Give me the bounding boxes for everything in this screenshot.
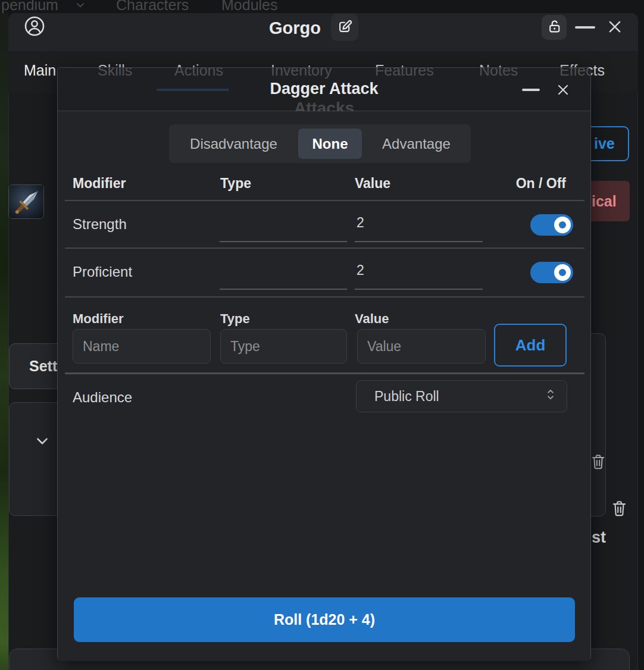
edit-pencil-icon bbox=[337, 19, 352, 36]
add-modifier-button[interactable]: Add bbox=[494, 324, 567, 367]
menu-item-compendium[interactable]: pendium bbox=[1, 0, 58, 14]
unlock-button[interactable] bbox=[542, 15, 567, 40]
modifier-row-value: 2 bbox=[357, 262, 364, 278]
add-button-label: Add bbox=[515, 336, 546, 355]
chevron-down-icon bbox=[74, 0, 87, 13]
audience-select[interactable]: Public Roll bbox=[356, 380, 567, 412]
modifier-type-field[interactable] bbox=[220, 241, 347, 242]
toggle-knob bbox=[554, 217, 571, 233]
attack-list-label: st bbox=[592, 528, 606, 547]
window-minimize-button[interactable] bbox=[575, 26, 595, 29]
row-divider bbox=[65, 200, 584, 201]
character-art-strip bbox=[0, 13, 8, 670]
new-modifier-name-input[interactable] bbox=[73, 329, 211, 364]
modal-title: Dagger Attack bbox=[58, 80, 590, 98]
window-title: Gorgo bbox=[269, 18, 321, 38]
app-root: pendium Characters Modules Gorgo bbox=[0, 0, 644, 670]
add-type-label: Type bbox=[220, 311, 250, 327]
roll-mode-segmented-control: Disadvantage None Advantage bbox=[169, 124, 471, 163]
menu-item-modules[interactable]: Modules bbox=[221, 0, 278, 14]
magical-tag-label: ical bbox=[592, 193, 617, 210]
add-value-label: Value bbox=[355, 311, 389, 327]
settings-button[interactable]: Sett bbox=[9, 343, 62, 389]
dagger-item-image[interactable] bbox=[8, 184, 44, 219]
modifier-value-field[interactable] bbox=[355, 289, 483, 290]
modifier-toggle-on[interactable] bbox=[530, 214, 573, 236]
add-modifier-label: Modifier bbox=[73, 311, 124, 327]
modifier-value-field[interactable] bbox=[355, 241, 483, 242]
roll-button[interactable]: Roll (1d20 + 4) bbox=[74, 597, 575, 642]
roll-mode-advantage[interactable]: Advantage bbox=[362, 129, 471, 159]
column-header-modifier: Modifier bbox=[73, 176, 126, 192]
modal-close-button[interactable] bbox=[555, 82, 571, 100]
modal-minimize-button[interactable] bbox=[522, 89, 540, 91]
new-modifier-type-input[interactable] bbox=[220, 329, 347, 364]
column-header-value: Value bbox=[355, 176, 390, 192]
unlock-icon bbox=[547, 19, 562, 36]
edit-title-button[interactable] bbox=[331, 14, 358, 41]
modifier-row-name: Strength bbox=[73, 216, 127, 233]
row-divider bbox=[65, 248, 584, 249]
section-divider bbox=[65, 372, 584, 374]
modifier-row-value: 2 bbox=[357, 215, 364, 231]
roll-mode-disadvantage[interactable]: Disadvantage bbox=[169, 129, 298, 159]
expand-chevron-down-icon[interactable] bbox=[33, 434, 51, 452]
tab-main[interactable]: Main bbox=[24, 62, 56, 79]
select-updown-icon bbox=[545, 387, 556, 405]
modifier-type-field[interactable] bbox=[220, 289, 347, 290]
collapsible-section-panel bbox=[9, 402, 62, 516]
modifier-toggle-on[interactable] bbox=[530, 262, 573, 283]
modal-header: Dagger Attack bbox=[58, 68, 590, 111]
new-modifier-value-input[interactable] bbox=[357, 329, 486, 364]
column-header-type: Type bbox=[220, 176, 251, 192]
window-close-button[interactable] bbox=[606, 18, 624, 38]
roll-button-label: Roll (1d20 + 4) bbox=[274, 611, 375, 628]
dagger-attack-modal: Dagger Attack Disadvantage None Advantag… bbox=[57, 67, 591, 660]
settings-button-label: Sett bbox=[29, 358, 57, 375]
modifier-row-name: Proficient bbox=[73, 264, 132, 280]
column-header-on-off: On / Off bbox=[516, 176, 566, 192]
active-toggle-label: ive bbox=[594, 135, 615, 152]
toggle-knob bbox=[554, 264, 571, 281]
audience-selected-value: Public Roll bbox=[374, 389, 439, 405]
trash-icon[interactable] bbox=[611, 499, 627, 520]
roll-mode-none[interactable]: None bbox=[298, 129, 362, 159]
audience-label: Audience bbox=[73, 389, 132, 406]
menu-item-characters[interactable]: Characters bbox=[116, 0, 189, 14]
trash-icon[interactable] bbox=[590, 453, 606, 473]
section-divider bbox=[65, 296, 584, 298]
user-avatar-icon[interactable] bbox=[24, 15, 45, 39]
modal-body: Disadvantage None Advantage Modifier Typ… bbox=[58, 111, 590, 661]
